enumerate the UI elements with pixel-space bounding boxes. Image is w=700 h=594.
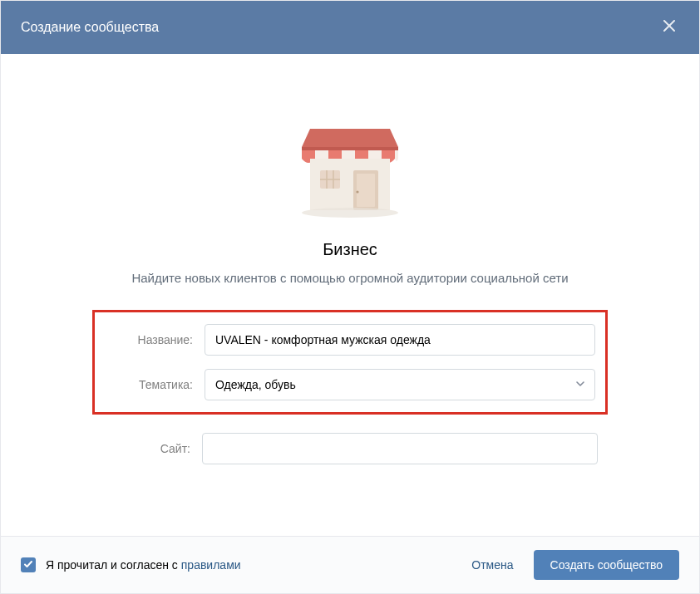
close-button[interactable] <box>659 17 679 37</box>
name-label: Название: <box>105 333 205 346</box>
rules-link[interactable]: правилами <box>181 558 241 572</box>
agree-checkbox[interactable] <box>21 557 36 572</box>
svg-rect-10 <box>357 174 375 207</box>
svg-rect-3 <box>302 147 398 150</box>
highlighted-fields: Название: Тематика: Одежда, обувь <box>92 310 608 415</box>
svg-point-12 <box>302 208 398 218</box>
agree-prefix: Я прочитал и согласен с <box>46 558 181 572</box>
modal-footer: Я прочитал и согласен с правилами Отмена… <box>1 536 699 593</box>
topic-row: Тематика: Одежда, обувь <box>105 369 595 400</box>
agree-text: Я прочитал и согласен с правилами <box>46 558 241 572</box>
shop-icon <box>292 104 408 220</box>
site-row: Сайт: <box>92 421 608 464</box>
create-community-modal: Создание сообщества <box>0 0 700 594</box>
close-icon <box>663 19 676 36</box>
footer-left: Я прочитал и согласен с правилами <box>21 557 241 572</box>
section-title: Бизнес <box>323 240 377 259</box>
site-label: Сайт: <box>102 442 202 455</box>
topic-label: Тематика: <box>105 378 205 391</box>
modal-header: Создание сообщества <box>1 1 699 54</box>
cancel-button[interactable]: Отмена <box>471 558 513 572</box>
footer-right: Отмена Создать сообщество <box>471 550 679 580</box>
name-input[interactable] <box>205 324 595 356</box>
check-icon <box>23 557 33 572</box>
create-button[interactable]: Создать сообщество <box>534 550 679 580</box>
modal-title: Создание сообщества <box>21 20 159 35</box>
modal-body: Бизнес Найдите новых клиентов с помощью … <box>1 54 699 536</box>
svg-point-11 <box>356 190 358 193</box>
site-input[interactable] <box>202 433 598 464</box>
section-description: Найдите новых клиентов с помощью огромно… <box>131 269 568 287</box>
svg-marker-2 <box>302 129 398 147</box>
community-form: Название: Тематика: Одежда, обувь <box>92 310 608 464</box>
topic-select[interactable]: Одежда, обувь <box>205 369 595 400</box>
name-row: Название: <box>105 324 595 356</box>
